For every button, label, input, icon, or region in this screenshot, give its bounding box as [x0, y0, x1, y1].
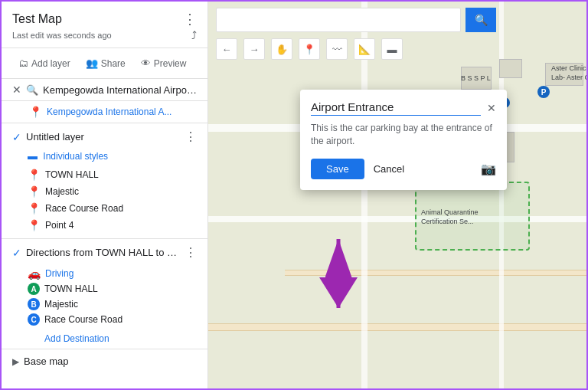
draw-line-button[interactable]: 〰 [326, 38, 348, 60]
aster-label: Aster ClinicalLab- Aster Clinic [551, 64, 586, 82]
add-layer-label: Add layer [31, 58, 70, 69]
more-tools-button[interactable]: ▬ [381, 38, 403, 60]
stop-2: Majestic [44, 299, 78, 310]
panel-title-row: Test Map ⋮ [12, 11, 197, 28]
add-layer-button[interactable]: 🗂 Add layer [12, 54, 77, 72]
stop-3: Race Course Road [44, 314, 122, 325]
popup-header: Airport Entrance ✕ [311, 100, 496, 116]
undo-button[interactable]: ← [216, 38, 237, 60]
map-title: Test Map [12, 12, 62, 26]
search-result-item[interactable]: 📍 Kempegowda International A... [2, 101, 207, 123]
popup-cancel-button[interactable]: Cancel [374, 163, 404, 175]
popup-close-button[interactable]: ✕ [487, 102, 496, 114]
share-icon[interactable]: ⤴ [191, 29, 197, 41]
layer-item-3: Race Course Road [45, 203, 123, 214]
layer-menu-icon[interactable]: ⋮ [185, 129, 197, 144]
list-item[interactable]: B Majestic [28, 297, 207, 312]
map-search-button[interactable]: 🔍 [466, 8, 496, 32]
map-nav-bar: ← → ✋ 📍 〰 📐 ▬ [208, 38, 586, 60]
base-map-label: Base map [24, 356, 69, 367]
map-toolbar: 🔍 [208, 8, 586, 32]
layer-item-2: Majestic [45, 186, 79, 197]
untitled-layer-title: Untitled layer [26, 131, 180, 143]
search-row: ✕ 🔍 Kempegowda International Airpor... [2, 79, 207, 101]
map-search-input[interactable] [217, 15, 460, 26]
list-item[interactable]: 📍 Majestic [28, 183, 207, 200]
parking-pin-1: P [537, 86, 550, 98]
collapse-icon: ▶ [12, 356, 19, 367]
popup-title: Airport Entrance [311, 100, 481, 116]
direction-stops-list: A TOWN HALL B Majestic C Race Course Roa… [2, 281, 207, 330]
directions-layer-title: Directions from TOWN HALL to R... [26, 247, 180, 258]
style-icon: ▬ [28, 150, 38, 162]
bsspl-label: B S S P L [461, 74, 491, 82]
directions-layer-header[interactable]: ✓ Directions from TOWN HALL to R... ⋮ [2, 239, 207, 266]
marker-tool-button[interactable]: 📍 [299, 38, 320, 60]
popup-save-button[interactable]: Save [311, 159, 364, 179]
search-result-text: Kempegowda International A... [47, 107, 172, 117]
stop-1: TOWN HALL [44, 283, 98, 294]
edit-popup: Airport Entrance ✕ This is the car parki… [300, 90, 507, 190]
share-button[interactable]: 👥 Share [80, 54, 132, 72]
location-icon-4: 📍 [28, 219, 41, 231]
location-icon-2: 📍 [28, 185, 41, 198]
animal-q-label: Animal QuarantineCertification Se... [421, 208, 479, 226]
map-area: B S S P L Aster ClinicalLab- Aster Clini… [208, 2, 586, 388]
preview-button[interactable]: 👁 Preview [135, 54, 193, 72]
stop-badge-b: B [28, 298, 40, 310]
map-search-box [216, 8, 461, 32]
panel-header: Test Map ⋮ Last edit was seconds ago ⤴ [2, 2, 207, 48]
location-pin-icon: 📍 [29, 106, 42, 118]
hand-tool-button[interactable]: ✋ [271, 38, 292, 60]
list-item[interactable]: 📍 Race Course Road [28, 200, 207, 217]
dir-check-icon: ✓ [12, 247, 21, 259]
preview-icon: 👁 [141, 57, 151, 69]
camera-icon[interactable]: 📷 [481, 162, 496, 176]
redo-button[interactable]: → [243, 38, 265, 60]
layer-items-list: 📍 TOWN HALL 📍 Majestic 📍 Race Course Roa… [2, 166, 207, 238]
more-options-icon[interactable]: ⋮ [183, 11, 197, 28]
add-dest-text: Add Destination [44, 333, 109, 344]
last-edit-text: Last edit was seconds ago [12, 31, 112, 40]
list-item[interactable]: 📍 Point 4 [28, 217, 207, 234]
search-query-text: Kempegowda International Airpor... [43, 84, 197, 96]
driving-label: Driving [45, 268, 74, 279]
untitled-layer-header[interactable]: ✓ Untitled layer ⋮ [2, 123, 207, 150]
list-item[interactable]: C Race Course Road [28, 312, 207, 327]
preview-label: Preview [154, 58, 187, 69]
add-layer-icon: 🗂 [18, 57, 28, 69]
add-destination-link[interactable]: Add Destination [2, 330, 207, 349]
directions-layer-section: ✓ Directions from TOWN HALL to R... ⋮ 🚗 … [2, 239, 207, 349]
driving-type-row: 🚗 Driving [2, 266, 207, 281]
close-search-button[interactable]: ✕ [12, 84, 21, 96]
popup-description: This is the car parking bay at the entra… [311, 122, 496, 148]
popup-actions-row: Save Cancel 📷 [311, 159, 496, 179]
layer-item-4: Point 4 [45, 220, 74, 231]
stop-badge-c: C [28, 313, 40, 326]
layer-check-icon: ✓ [12, 131, 21, 143]
untitled-layer-section: ✓ Untitled layer ⋮ ▬ Individual styles 📍… [2, 123, 207, 239]
location-icon-1: 📍 [28, 169, 41, 181]
layer-style-text: Individual styles [43, 151, 108, 162]
search-icon-small: 🔍 [26, 84, 38, 96]
layer-style-link[interactable]: ▬ Individual styles [2, 150, 207, 166]
location-icon-3: 📍 [28, 202, 41, 215]
panel-subtitle-row: Last edit was seconds ago ⤴ [12, 29, 197, 41]
left-panel: Test Map ⋮ Last edit was seconds ago ⤴ 🗂… [2, 2, 208, 388]
panel-actions-bar: 🗂 Add layer 👥 Share 👁 Preview [2, 48, 207, 79]
share-icon-btn: 👥 [86, 57, 98, 69]
list-item[interactable]: A TOWN HALL [28, 281, 207, 297]
car-icon: 🚗 [28, 267, 41, 280]
stop-badge-a: A [28, 283, 40, 295]
share-label: Share [101, 58, 126, 69]
list-item[interactable]: 📍 TOWN HALL [28, 166, 207, 183]
search-icon: 🔍 [475, 14, 488, 26]
dir-menu-icon[interactable]: ⋮ [185, 245, 197, 260]
base-map-row[interactable]: ▶ Base map [2, 349, 207, 373]
layer-item-1: TOWN HALL [45, 169, 99, 180]
ruler-button[interactable]: 📐 [354, 38, 375, 60]
